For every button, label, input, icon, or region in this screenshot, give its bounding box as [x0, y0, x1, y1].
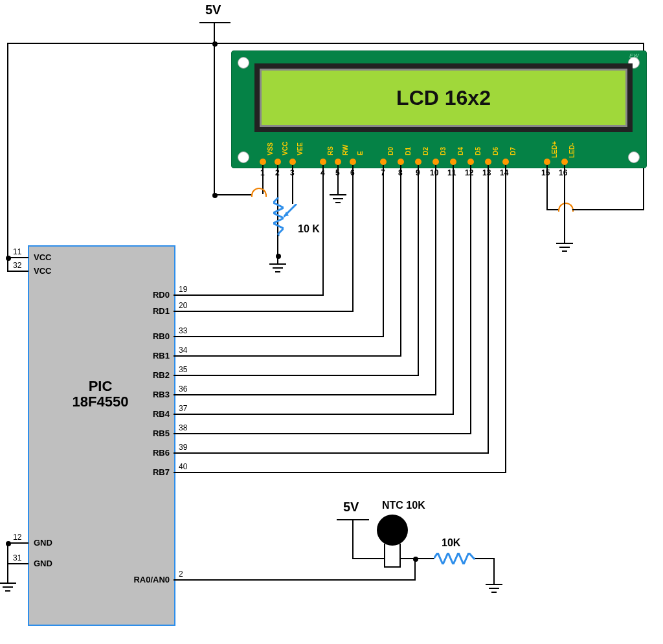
wire — [179, 294, 324, 296]
thermistor-label: NTC 10K — [382, 500, 425, 511]
lcd-pin-label: D5 — [475, 147, 482, 155]
pin-number: 36 — [179, 384, 187, 394]
wire — [572, 209, 644, 210]
pin-tick — [174, 336, 179, 337]
lcd-pad — [320, 159, 326, 165]
lcd-pin-label: D0 — [387, 147, 394, 155]
net-node — [6, 256, 11, 261]
pin-label: RB7 — [144, 467, 170, 477]
lcd-pad — [350, 159, 356, 165]
pin-tick — [174, 311, 179, 312]
lcd-pin-label: D2 — [422, 147, 429, 155]
lcd-pin-label: VCC — [282, 142, 289, 155]
resistor-icon — [434, 553, 475, 564]
pin-label: RB3 — [144, 390, 170, 399]
lcd-pad — [275, 159, 281, 165]
wire — [400, 165, 401, 355]
lcd-pin-label: D4 — [457, 147, 464, 155]
wire — [435, 165, 436, 394]
lcd-pin-num: 10 — [430, 168, 438, 177]
pin-number: 31 — [13, 553, 21, 562]
lcd-pin-label: VSS — [267, 142, 274, 155]
wire — [414, 558, 434, 559]
lcd-pad — [380, 159, 387, 165]
wire — [352, 558, 385, 559]
pin-label: GND — [34, 559, 52, 568]
lcd-pin-label: LED+ — [551, 141, 558, 158]
pin-tick — [174, 355, 179, 357]
ground-icon — [486, 584, 502, 585]
wire — [7, 563, 24, 564]
pin-label: RD0 — [144, 290, 170, 300]
ground-icon — [273, 267, 283, 269]
potentiometer-icon — [273, 197, 284, 236]
wire — [384, 544, 385, 567]
pot-wiper-arrow-icon — [284, 204, 303, 223]
ground-icon — [335, 202, 341, 203]
lcd-pin-label: D3 — [440, 147, 447, 155]
thermistor-ntc-icon — [377, 515, 408, 546]
pin-tick — [174, 579, 179, 581]
ground-icon — [556, 243, 573, 244]
pin-number: 40 — [179, 462, 187, 471]
wire — [399, 544, 401, 567]
pin-tick — [174, 433, 179, 434]
wire-hop — [251, 188, 267, 197]
ground-icon — [269, 263, 286, 265]
pin-number: 33 — [179, 326, 187, 335]
ground-icon — [277, 256, 278, 263]
pin-number: 34 — [179, 346, 187, 355]
pin-number: 12 — [13, 533, 21, 542]
pin-number: 35 — [179, 365, 187, 374]
mcu-title-l2: 18F4550 — [73, 394, 129, 410]
pin-tick — [23, 257, 28, 258]
pin-label: RB1 — [144, 351, 170, 361]
pin-label: RB2 — [144, 370, 170, 380]
pin-tick — [23, 271, 28, 272]
wire — [453, 165, 454, 414]
ground-icon — [3, 586, 13, 588]
lcd-mount-hole — [238, 57, 249, 69]
lcd-pad — [561, 159, 568, 165]
ground-icon — [333, 198, 343, 199]
wire — [384, 566, 401, 568]
wire — [475, 558, 495, 559]
lcd-pin-label: D7 — [510, 147, 517, 155]
label-5v-sensor: 5V — [343, 500, 359, 515]
pin-label: RD1 — [144, 306, 170, 316]
pin-tick — [174, 414, 179, 415]
lcd-pin-label: RW — [342, 145, 349, 155]
pin-tick — [23, 563, 28, 564]
resistor-value: 10K — [442, 537, 460, 549]
lcd-mount-hole — [238, 151, 249, 163]
lcd-pad — [260, 159, 266, 165]
net-node — [212, 193, 218, 198]
pin-number: 32 — [13, 261, 21, 270]
lcd-pad — [485, 159, 491, 165]
lcd-pad — [450, 159, 456, 165]
lcd-watermark: EW — [629, 52, 639, 59]
pin-label: RB5 — [144, 428, 170, 438]
pin-label: RB0 — [144, 331, 170, 341]
pin-tick — [174, 472, 179, 473]
wire — [352, 165, 354, 311]
pin-number: 37 — [179, 404, 187, 413]
pin-tick — [174, 452, 179, 454]
wire — [546, 209, 559, 210]
wire — [352, 519, 354, 558]
wire — [214, 194, 253, 195]
net-node — [6, 541, 11, 546]
lcd-pin-num: 12 — [465, 168, 473, 177]
lcd-pin-num: 14 — [500, 168, 508, 177]
ground-icon — [330, 194, 346, 195]
pin-label: RB6 — [144, 448, 170, 458]
pin-number: 39 — [179, 443, 187, 452]
wire — [179, 452, 489, 454]
pin-number: 2 — [179, 570, 183, 579]
wire — [337, 165, 339, 194]
ground-icon — [0, 583, 16, 584]
lcd-pin-label: E — [357, 151, 364, 155]
lcd-pad — [335, 159, 341, 165]
pin-tick — [174, 394, 179, 395]
wire — [383, 165, 384, 336]
